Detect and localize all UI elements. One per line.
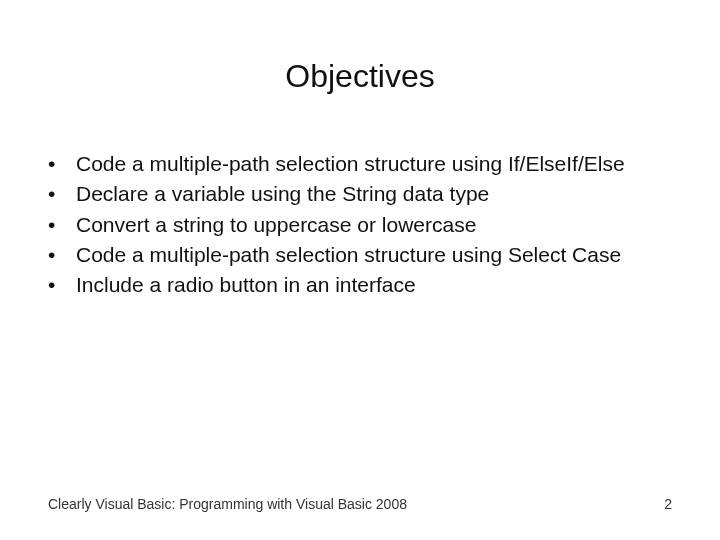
bullet-item: Code a multiple-path selection structure… (48, 150, 672, 178)
slide-content: Code a multiple-path selection structure… (48, 150, 672, 302)
bullet-list: Code a multiple-path selection structure… (48, 150, 672, 300)
bullet-item: Include a radio button in an interface (48, 271, 672, 299)
footer-text: Clearly Visual Basic: Programming with V… (48, 496, 407, 512)
bullet-item: Declare a variable using the String data… (48, 180, 672, 208)
page-number: 2 (664, 496, 672, 512)
slide-footer: Clearly Visual Basic: Programming with V… (48, 496, 672, 512)
bullet-item: Code a multiple-path selection structure… (48, 241, 672, 269)
bullet-item: Convert a string to uppercase or lowerca… (48, 211, 672, 239)
slide: Objectives Code a multiple-path selectio… (0, 0, 720, 540)
slide-title: Objectives (0, 58, 720, 95)
